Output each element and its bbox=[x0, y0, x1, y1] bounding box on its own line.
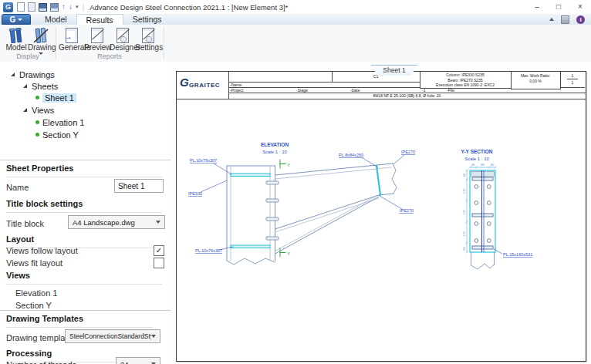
open-icon[interactable] bbox=[28, 2, 35, 12]
tab-results[interactable]: Results bbox=[76, 14, 123, 25]
model-button[interactable]: Model bbox=[3, 26, 29, 52]
view-cube-icon[interactable] bbox=[561, 15, 569, 24]
preview-button[interactable]: Preview bbox=[84, 26, 110, 52]
report-settings-button[interactable]: Settings bbox=[135, 26, 161, 52]
app-menu-label: G bbox=[10, 15, 16, 24]
report-settings-button-label: Settings bbox=[135, 43, 161, 52]
title-block-value: A4 Landscape.dwg bbox=[73, 218, 135, 227]
generate-button-label: Generate bbox=[59, 43, 85, 52]
threads-select[interactable]: 24 bbox=[116, 357, 160, 364]
sheet-drawing: ELEVATION Scale 1 : 10 bbox=[177, 72, 586, 361]
left-dimension-line bbox=[466, 170, 468, 254]
section-scale: Scale 1 : 10 bbox=[464, 157, 489, 161]
dim-left-3: 137 bbox=[462, 231, 466, 236]
section-mark-y-bottom: Y bbox=[287, 251, 290, 256]
tree-item-elevation-1[interactable]: Elevation 1 bbox=[35, 116, 84, 128]
drawing-button[interactable]: Drawing bbox=[28, 26, 54, 52]
panel-divider bbox=[0, 310, 171, 311]
drawing-sheet: G GRAITEC C1 Column: IPE330 S235 Beam: I… bbox=[176, 71, 586, 362]
dim-top-0: 40 bbox=[471, 163, 475, 167]
titlebar: G ↑ ↓ ▾ | Advance Design Steel Connectio… bbox=[0, 0, 591, 15]
tab-model[interactable]: Model bbox=[35, 14, 76, 25]
tree-item-sheet-1[interactable]: Sheet 1 bbox=[35, 92, 76, 103]
tab-settings[interactable]: Settings bbox=[123, 14, 171, 25]
views-header: Views bbox=[6, 271, 162, 285]
tree-item-sheets[interactable]: Sheets bbox=[23, 80, 58, 92]
elevation-view: ELEVATION Scale 1 : 10 bbox=[188, 142, 415, 265]
generate-button[interactable]: → Generate bbox=[59, 26, 85, 52]
views-list-item[interactable]: Elevation 1 bbox=[15, 288, 57, 298]
minimize-button[interactable]: – bbox=[526, 1, 548, 14]
threads-label: Number of threads bbox=[6, 360, 76, 364]
designer-button[interactable]: Designer bbox=[110, 26, 136, 52]
tree-item-views[interactable]: Views bbox=[23, 104, 54, 116]
steel-beam-drawing-icon bbox=[32, 27, 50, 44]
drawing-button-label: Drawing bbox=[28, 43, 54, 52]
report-designer-icon bbox=[113, 27, 132, 44]
expander-icon[interactable] bbox=[23, 108, 27, 112]
tree-item-section-y[interactable]: Section Y bbox=[35, 129, 79, 140]
save-icon[interactable] bbox=[39, 3, 47, 12]
top-dimension-line bbox=[469, 167, 497, 169]
drawing-template-select[interactable]: SteelConnectionStandardStyles.d bbox=[65, 329, 160, 343]
drawing-templates-header: Drawing Templates bbox=[6, 314, 153, 328]
ribbon-group-display: Model Drawing Display bbox=[2, 25, 54, 61]
dim-top-1: 80 bbox=[481, 163, 485, 167]
name-input[interactable]: Sheet 1 bbox=[114, 179, 164, 193]
tree-item-drawings[interactable]: Drawings bbox=[11, 69, 55, 80]
expander-icon[interactable] bbox=[11, 72, 15, 76]
move-up-icon[interactable]: ↑ bbox=[62, 3, 66, 11]
top-stiffener-plate bbox=[231, 174, 270, 177]
section-title: Y-Y SECTION bbox=[461, 149, 492, 154]
sheet-tab[interactable]: Sheet 1 bbox=[371, 65, 417, 76]
end-plate-label: PL.8x84x260 bbox=[339, 153, 363, 157]
ribbon-group-reports: → Generate Preview Designer Settings Rep… bbox=[57, 25, 162, 61]
reports-group-label: Reports bbox=[57, 52, 162, 60]
column-label: IPE330 bbox=[188, 191, 202, 196]
green-bullet-icon bbox=[35, 120, 39, 124]
collapse-ribbon-icon[interactable] bbox=[549, 18, 554, 21]
bottom-plate-label: PL.10x76x307 bbox=[195, 248, 222, 253]
tree-label: Sheets bbox=[32, 82, 58, 91]
maximize-button[interactable]: □ bbox=[548, 1, 569, 14]
name-input-value: Sheet 1 bbox=[118, 182, 144, 190]
drawing-template-label: Drawing template bbox=[6, 333, 73, 342]
threads-value: 24 bbox=[120, 360, 129, 364]
close-button[interactable]: × bbox=[569, 1, 591, 14]
preview-button-label: Preview bbox=[84, 43, 110, 52]
ribbon: Model Drawing Display → Generate bbox=[0, 25, 591, 62]
tree-label: Elevation 1 bbox=[42, 118, 84, 127]
expander-icon[interactable] bbox=[23, 84, 27, 88]
window-title: Advance Design Steel Connection 2021.1 :… bbox=[89, 3, 288, 12]
move-down-icon[interactable]: ↓ bbox=[69, 3, 73, 11]
green-bullet-icon bbox=[35, 96, 39, 99]
left-panel: Drawings Sheets Sheet 1 Views Elevation … bbox=[0, 62, 172, 364]
save-as-icon[interactable] bbox=[50, 3, 59, 12]
tree-label: Drawings bbox=[19, 70, 55, 79]
chevron-down-icon bbox=[151, 335, 156, 338]
app-logo-icon: G bbox=[3, 2, 13, 12]
drawing-canvas[interactable]: Sheet 1 G GRAITEC C1 Column: IPE330 S235… bbox=[171, 62, 591, 364]
dim-left-4: 60 bbox=[462, 247, 466, 251]
app-menu-button[interactable]: G bbox=[2, 14, 31, 25]
views-fit-layout-label: Views fit layout bbox=[6, 258, 62, 268]
beam-bottom-label: IPE270 bbox=[400, 208, 414, 213]
panel-divider bbox=[0, 160, 171, 160]
report-preview-icon bbox=[88, 27, 106, 44]
views-list-item[interactable]: Section Y bbox=[15, 301, 52, 310]
chevron-down-icon bbox=[18, 19, 22, 21]
dim-left-0: 60 bbox=[462, 173, 466, 177]
steel-beams-icon bbox=[7, 27, 25, 44]
section-view: Y-Y SECTION Scale 1 : 10 40 80 40 bbox=[461, 149, 532, 269]
title-block-label: Title block bbox=[6, 219, 44, 228]
tree-label-selected: Sheet 1 bbox=[42, 93, 76, 103]
qat-menu-icon[interactable]: ▾ bbox=[76, 4, 79, 10]
about-icon[interactable]: i bbox=[576, 15, 585, 24]
views-follow-layout-checkbox[interactable] bbox=[154, 245, 164, 256]
haunch-end-plate bbox=[377, 166, 380, 195]
title-block-select[interactable]: A4 Landscape.dwg bbox=[68, 215, 165, 229]
views-follow-layout-label: Views follow layout bbox=[6, 246, 78, 255]
group-separator bbox=[164, 27, 164, 59]
new-document-icon[interactable] bbox=[17, 2, 25, 12]
views-fit-layout-checkbox[interactable] bbox=[154, 258, 164, 268]
